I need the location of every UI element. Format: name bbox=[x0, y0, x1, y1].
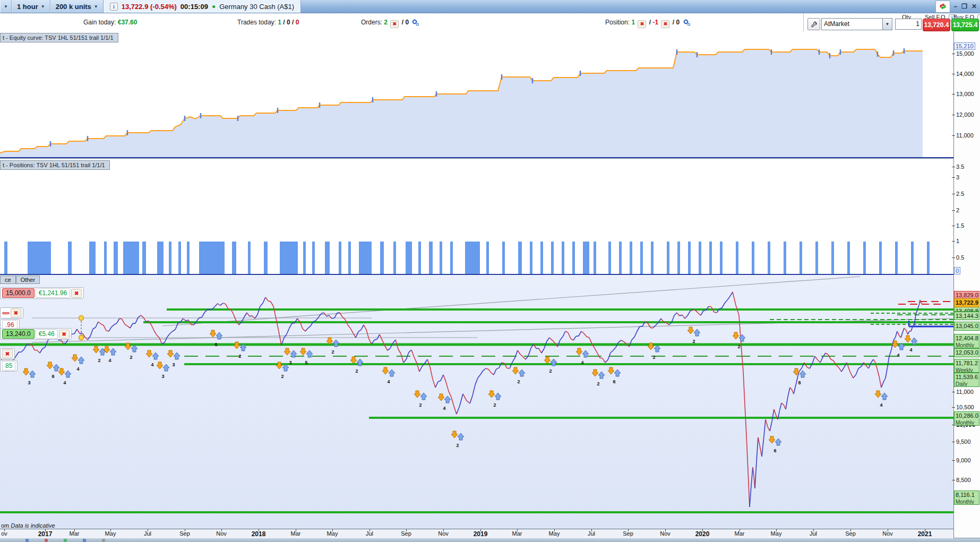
position-summary: Position: 1 ✖ / -1 ✖ / 0 bbox=[605, 19, 691, 28]
price-chart: 36442424336223522424222242622268444 bbox=[0, 276, 953, 529]
tab-price[interactable]: ce bbox=[0, 276, 16, 284]
position-bar bbox=[303, 242, 306, 274]
price-panel-tabs: ce Other bbox=[0, 276, 40, 284]
trade-count-label: 4 bbox=[63, 380, 66, 385]
positions-axis-tick: 2 bbox=[956, 207, 959, 213]
position-bar bbox=[312, 242, 315, 274]
positions-tab[interactable]: t - Positions: TSV 1HL 51/151 trail 1/1/… bbox=[0, 160, 110, 170]
position-short-count: -1 bbox=[652, 19, 658, 26]
position-bar bbox=[863, 242, 866, 274]
toolbar-overflow-button[interactable]: ▼ bbox=[0, 0, 12, 13]
order-type-select[interactable]: AtMarket ▼ bbox=[821, 18, 892, 30]
price-level-label: 8,116.1Monthly bbox=[954, 491, 979, 505]
price-level-badge[interactable]: 13,240.0 bbox=[2, 329, 35, 339]
close-short-icon[interactable]: ✖ bbox=[661, 20, 669, 28]
position-bar bbox=[831, 242, 834, 274]
positions-current-value: 0 bbox=[954, 267, 960, 274]
position-bar bbox=[199, 242, 225, 274]
price-badge-row: ✖ bbox=[0, 348, 15, 359]
delete-level-button[interactable]: ✖ bbox=[71, 289, 82, 298]
gain-today-value: €37.60 bbox=[118, 19, 137, 26]
delete-level-button[interactable]: ✖ bbox=[11, 308, 21, 317]
price-level-badge[interactable]: 15,000.0 bbox=[2, 288, 35, 298]
position-bar bbox=[28, 242, 51, 274]
date-label: May bbox=[105, 530, 116, 537]
date-label: 2018 bbox=[252, 530, 266, 538]
position-bar bbox=[393, 242, 396, 274]
orders-label: Orders: bbox=[361, 19, 382, 26]
cancel-orders-icon[interactable]: ✖ bbox=[390, 20, 399, 28]
gain-today: Gain today: €37.60 bbox=[83, 19, 137, 26]
trade-count-label: 4 bbox=[387, 379, 390, 384]
position-bar bbox=[280, 242, 298, 274]
restore-button[interactable]: ❐ bbox=[961, 3, 967, 10]
trades-flat-count: 0 bbox=[287, 19, 290, 26]
price-level-label: 13,045.0 bbox=[954, 322, 979, 331]
instrument-info-bar: i 13,722.9 (-0.54%) 00:15:09 ● Germany 3… bbox=[104, 0, 301, 13]
units-dropdown[interactable]: 200 k units ▼ bbox=[50, 0, 104, 13]
position-bar bbox=[348, 242, 351, 274]
level-drag-handle[interactable] bbox=[79, 335, 84, 340]
position-bar bbox=[815, 242, 818, 274]
position-bar bbox=[429, 242, 433, 274]
position-bar bbox=[630, 242, 632, 274]
price-level-badge[interactable] bbox=[2, 312, 10, 314]
position-bar bbox=[640, 242, 643, 274]
positions-axis-tick: 2.5 bbox=[956, 191, 964, 197]
indicative-note: om Data is indicative bbox=[1, 522, 55, 529]
order-settings-button[interactable] bbox=[807, 18, 820, 30]
level-drag-handle[interactable] bbox=[79, 316, 84, 321]
trades-win-count: 1 bbox=[278, 19, 281, 26]
date-label: 2021 bbox=[918, 530, 932, 538]
close-long-icon[interactable]: ✖ bbox=[638, 20, 646, 28]
date-label: Jul bbox=[810, 530, 817, 537]
trade-count-label: 4 bbox=[581, 360, 583, 365]
equity-curve-tab[interactable]: t - Equity curve: TSV 1HL 51/151 trail 1… bbox=[0, 33, 118, 42]
date-label: Sep bbox=[401, 530, 411, 537]
trade-count-label: 2 bbox=[652, 355, 655, 360]
buy-button[interactable]: 13,725.4 bbox=[951, 19, 979, 31]
date-label: 2019 bbox=[474, 530, 488, 538]
date-axis[interactable]: ov2017MarMayJulSepNov2018MarMayJulSepNov… bbox=[0, 529, 953, 538]
trade-count-label: 6 bbox=[214, 342, 217, 347]
price-axis-tick: 11,000 bbox=[956, 389, 974, 395]
date-label: Jul bbox=[144, 530, 151, 537]
position-bar bbox=[169, 242, 171, 274]
position-long-count: 1 bbox=[631, 19, 635, 26]
position-settings-gear-icon[interactable] bbox=[683, 19, 691, 28]
positions-chart bbox=[0, 159, 953, 276]
tab-other[interactable]: Other bbox=[16, 276, 40, 284]
position-bar bbox=[688, 242, 691, 274]
position-bar bbox=[264, 242, 268, 274]
minimize-button[interactable]: – bbox=[953, 3, 957, 10]
position-bar bbox=[927, 242, 930, 274]
sell-button[interactable]: 13,720.4 bbox=[923, 19, 950, 31]
date-label: Sep bbox=[179, 530, 190, 537]
position-bar bbox=[879, 242, 882, 274]
delete-level-button[interactable]: ✖ bbox=[59, 330, 70, 339]
date-label: May bbox=[771, 530, 782, 537]
trades-today-label: Trades today: bbox=[237, 19, 276, 26]
timeframe-dropdown[interactable]: 1 hour ▼ bbox=[12, 0, 50, 13]
pnl-value-label: 85 bbox=[2, 361, 15, 371]
info-icon[interactable]: i bbox=[110, 3, 118, 11]
position-bar bbox=[68, 242, 72, 274]
trade-count-label: 2 bbox=[355, 368, 358, 374]
position-bar bbox=[709, 242, 712, 274]
quantity-input[interactable]: 1 bbox=[895, 19, 922, 30]
position-bar bbox=[583, 242, 589, 274]
date-label: Mar bbox=[512, 530, 522, 537]
orders-settings-gear-icon[interactable] bbox=[411, 19, 419, 28]
refresh-button[interactable] bbox=[935, 1, 950, 13]
trade-count-label: 2 bbox=[456, 443, 459, 448]
price-axis-tick: 8,500 bbox=[956, 477, 971, 483]
date-label: Mar bbox=[291, 530, 301, 537]
trade-count-label: 4 bbox=[880, 402, 882, 408]
price-axis-column[interactable]: 15,00014,00013,00012,00011,00015,2103.53… bbox=[953, 32, 980, 538]
delete-level-button[interactable]: ✖ bbox=[2, 349, 13, 358]
position-bar bbox=[530, 242, 532, 274]
pnl-value-label: €1,241.96 bbox=[36, 288, 70, 298]
close-button[interactable]: ✕ bbox=[972, 3, 977, 10]
position-bar bbox=[359, 242, 372, 274]
orders-open-count: 2 bbox=[384, 19, 388, 26]
